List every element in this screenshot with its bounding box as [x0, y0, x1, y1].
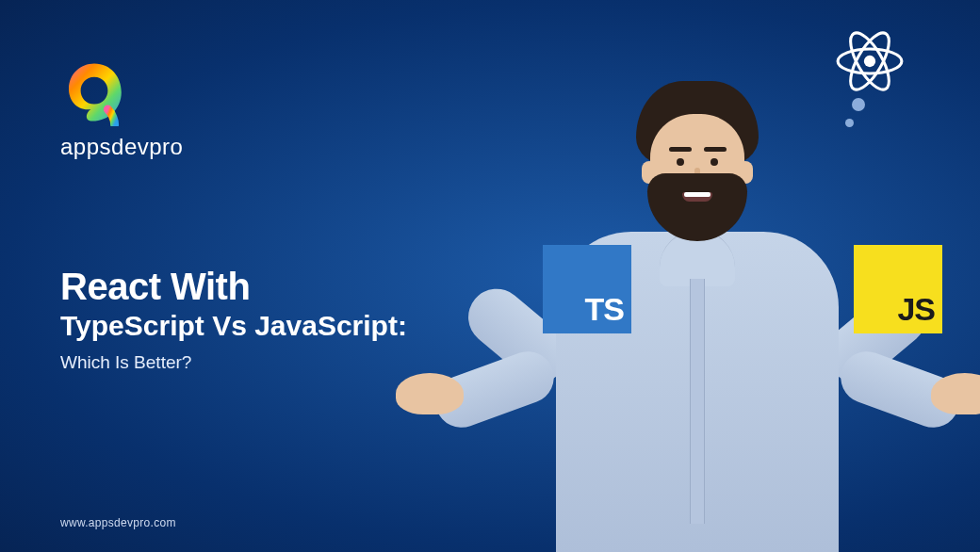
site-url: www.appsdevpro.com — [60, 516, 176, 529]
svg-point-0 — [864, 56, 875, 67]
promo-banner: appsdevpro React With TypeScript Vs Java… — [0, 0, 980, 552]
brand-name: appsdevpro — [60, 134, 183, 160]
appsdevpro-logo-icon — [60, 58, 128, 126]
typescript-badge: TS — [543, 245, 631, 333]
headline-line-3: Which Is Better? — [60, 352, 407, 373]
person-head — [636, 81, 759, 246]
typescript-badge-label: TS — [585, 291, 624, 328]
brand-block: appsdevpro — [60, 58, 183, 160]
headline-line-2: TypeScript Vs JavaScript: — [60, 309, 407, 343]
headline-block: React With TypeScript Vs JavaScript: Whi… — [60, 266, 407, 373]
javascript-badge-label: JS — [897, 291, 935, 328]
hand-left — [396, 373, 464, 414]
javascript-badge: JS — [854, 245, 942, 333]
headline-line-1: React With — [60, 266, 407, 307]
hand-right — [931, 373, 980, 414]
